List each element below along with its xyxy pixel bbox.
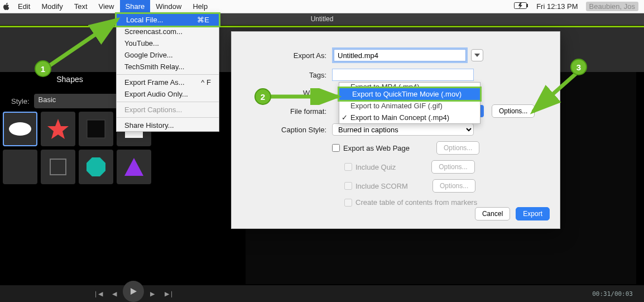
include-quiz-check: Include Quiz [344, 163, 396, 171]
svg-marker-12 [86, 157, 105, 176]
export-as-caret[interactable] [471, 49, 483, 61]
tags-input[interactable] [332, 69, 474, 81]
share-techsmith-relay[interactable]: TechSmith Relay... [117, 61, 219, 73]
menu-edit[interactable]: Edit [12, 0, 36, 13]
playback-time: 00:31/00:03 [592, 290, 644, 298]
svg-point-7 [9, 122, 31, 136]
menubar-user: Beaubien, Jos [586, 2, 638, 11]
menu-modify[interactable]: Modify [36, 0, 68, 13]
format-quicktime[interactable]: Export to QuickTime Movie (.mov) [338, 87, 482, 102]
shape-square-black[interactable] [79, 112, 113, 146]
svg-marker-21 [131, 288, 137, 295]
share-local-file[interactable]: Local File...⌘E [115, 12, 220, 27]
toc-check: Create table of contents from markers [344, 198, 477, 207]
share-export-frame[interactable]: Export Frame As...^ F [117, 76, 219, 88]
quiz-options-button: Options... [431, 160, 474, 174]
play-icon[interactable] [123, 281, 144, 302]
export-web-page-check[interactable]: Export as Web Page [332, 144, 410, 152]
share-screencast[interactable]: Screencast.com... [117, 26, 219, 37]
shape-star[interactable] [41, 112, 75, 146]
caption-style-select[interactable]: Burned in captions [332, 123, 474, 136]
step-fwd-icon[interactable]: ▶ [144, 287, 161, 300]
web-options-button: Options... [436, 141, 479, 155]
svg-rect-1 [527, 4, 528, 7]
cancel-button[interactable]: Cancel [475, 207, 510, 220]
scorm-options-button: Options... [432, 179, 475, 193]
shape-empty[interactable] [3, 150, 37, 184]
svg-marker-8 [47, 119, 69, 139]
svg-rect-11 [50, 159, 66, 175]
share-export-audio[interactable]: Export Audio Only... [117, 88, 219, 100]
menu-window[interactable]: Window [150, 0, 187, 13]
shape-triangle[interactable] [117, 150, 151, 184]
share-youtube[interactable]: YouTube... [117, 37, 219, 49]
style-select[interactable]: Basic [34, 94, 123, 108]
shape-octagon[interactable] [79, 150, 113, 184]
menu-text[interactable]: Text [69, 0, 93, 13]
tags-label: Tags: [232, 71, 332, 79]
share-google-drive[interactable]: Google Drive... [117, 49, 219, 61]
share-history[interactable]: Share History... [117, 119, 219, 131]
format-gif[interactable]: Export to Animated GIF (.gif) [339, 100, 480, 112]
export-button[interactable]: Export [516, 207, 550, 220]
step-back-icon[interactable]: ◀ [106, 287, 123, 300]
export-as-input[interactable] [334, 49, 466, 61]
svg-rect-9 [87, 120, 105, 138]
shape-square-outline[interactable] [41, 150, 75, 184]
export-as-label: Export As: [232, 51, 332, 60]
share-export-captions: Export Captions... [117, 104, 219, 116]
prev-frame-icon[interactable]: ❘◀ [89, 287, 106, 300]
menu-help[interactable]: Help [187, 0, 213, 13]
style-label: Style: [11, 97, 30, 106]
include-scorm-check: Include SCORM [344, 182, 408, 190]
battery-icon [514, 2, 528, 11]
options-button[interactable]: Options... [492, 104, 535, 118]
menu-view[interactable]: View [93, 0, 120, 13]
window-title: Untitled [0, 13, 644, 25]
annotation-3: 3 [570, 59, 587, 75]
menubar-clock: Fri 12:13 PM [536, 2, 578, 11]
file-format-list: Export to MP4 (.mp4) Export to QuickTime… [339, 82, 480, 124]
apple-icon[interactable] [0, 3, 12, 11]
svg-marker-13 [124, 158, 143, 176]
export-dialog: Export As: Tags: Where: File format: Opt… [231, 31, 560, 229]
svg-marker-14 [474, 54, 480, 57]
next-frame-icon[interactable]: ▶❘ [161, 287, 177, 300]
share-dropdown: Local File...⌘E Screencast.com... YouTub… [116, 13, 219, 132]
playback-bar: ❘◀ ◀ ▶ ▶❘ 00:31/00:03 [0, 285, 644, 302]
caption-style-label: Caption Style: [232, 126, 332, 134]
style-row: Style: Basic [11, 94, 123, 108]
menubar: Edit Modify Text View Share Window Help … [0, 0, 644, 13]
shape-ellipse[interactable] [3, 112, 37, 146]
file-format-label: File format: [232, 107, 332, 116]
accent-line [0, 26, 644, 27]
annotation-2: 2 [254, 88, 271, 105]
format-mainconcept[interactable]: Export to Main Concept (.mp4) [339, 112, 480, 123]
annotation-1: 1 [35, 60, 51, 77]
where-label: Where: [232, 89, 332, 97]
menu-share[interactable]: Share [120, 0, 151, 13]
